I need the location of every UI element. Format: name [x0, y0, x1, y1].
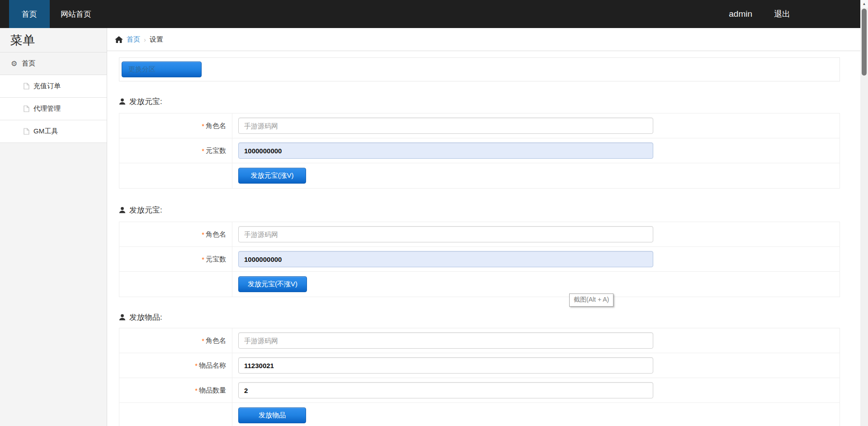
grant-items-button[interactable]: 发放物品 — [238, 407, 306, 423]
form-row-submit: 发放物品 — [119, 403, 840, 426]
grant-yuanbao-form-1: * 角色名 * 元宝数 — [119, 113, 840, 189]
person-icon — [119, 207, 126, 213]
required-asterisk: * — [195, 387, 198, 394]
grant-yuanbao-raise-vip-button[interactable]: 发放元宝(涨V) — [238, 168, 306, 184]
form-row-yuanbao-amount: * 元宝数 — [119, 138, 840, 163]
form-row-yuanbao-amount: * 元宝数 — [119, 247, 840, 272]
sidebar-item-agent-management-label: 代理管理 — [33, 104, 61, 113]
sidebar-item-gm-tools[interactable]: GM工具 — [0, 120, 107, 143]
field-label: * 物品数量 — [119, 378, 232, 402]
sidebar: 菜单 ⚙ 首页 充值订单 代理管理 GM工具 — [0, 28, 107, 426]
grant-items-form: * 角色名 * 物品名称 — [119, 328, 840, 426]
grant-yuanbao-form-2: * 角色名 * 元宝数 — [119, 222, 840, 297]
sidebar-item-gm-tools-label: GM工具 — [33, 127, 58, 136]
navbar-right-group: admin 退出 — [729, 0, 868, 28]
role-name-input[interactable] — [238, 332, 653, 349]
required-asterisk: * — [202, 122, 204, 130]
file-icon — [24, 83, 29, 90]
field-label: * 元宝数 — [119, 138, 232, 163]
main-area: 首页 › 设置 更换分区 发放元宝: * 角色名 — [107, 28, 868, 426]
nav-tab-website-home[interactable]: 网站首页 — [50, 0, 102, 28]
sidebar-title: 菜单 — [0, 28, 107, 52]
section-title-text: 发放物品: — [129, 312, 162, 322]
required-asterisk: * — [202, 256, 204, 263]
required-asterisk: * — [202, 147, 204, 155]
top-navbar: 首页 网站首页 admin 退出 — [0, 0, 868, 28]
sidebar-item-recharge-orders-label: 充值订单 — [33, 82, 61, 90]
field-label: * 角色名 — [119, 222, 232, 246]
scrollbar-up-arrow-icon[interactable]: ▲ — [860, 0, 868, 8]
form-row-role-name: * 角色名 — [119, 114, 840, 138]
section-title-text: 发放元宝: — [129, 96, 162, 107]
sidebar-item-home[interactable]: ⚙ 首页 — [0, 52, 107, 75]
sidebar-item-agent-management[interactable]: 代理管理 — [0, 98, 107, 120]
content: 更换分区 发放元宝: * 角色名 — [107, 51, 868, 426]
yuanbao-amount-input[interactable] — [238, 251, 653, 267]
change-zone-panel: 更换分区 — [119, 57, 840, 81]
change-zone-button[interactable]: 更换分区 — [122, 62, 202, 77]
sidebar-item-recharge-orders[interactable]: 充值订单 — [0, 75, 107, 98]
field-label: * 角色名 — [119, 328, 232, 353]
role-name-input[interactable] — [238, 226, 653, 242]
file-icon — [24, 105, 29, 112]
section-title-text: 发放元宝: — [129, 205, 162, 215]
form-row-item-name: * 物品名称 — [119, 353, 840, 378]
breadcrumb: 首页 › 设置 — [107, 28, 868, 51]
file-icon — [24, 128, 29, 135]
gear-icon: ⚙ — [11, 60, 17, 67]
nav-tab-website-home-label: 网站首页 — [61, 9, 91, 19]
breadcrumb-home-link[interactable]: 首页 — [127, 35, 140, 44]
vertical-scrollbar[interactable]: ▲ — [860, 0, 868, 426]
field-label: * 物品名称 — [119, 353, 232, 378]
field-label: * 元宝数 — [119, 247, 232, 271]
yuanbao-amount-input[interactable] — [238, 142, 653, 159]
form-row-role-name: * 角色名 — [119, 328, 840, 353]
breadcrumb-current-page: 设置 — [150, 35, 163, 44]
grant-yuanbao-no-vip-button[interactable]: 发放元宝(不涨V) — [238, 276, 307, 292]
chevron-right-icon: › — [144, 36, 146, 43]
section-title-grant-yuanbao-1: 发放元宝: — [119, 96, 848, 107]
scrollbar-thumb[interactable] — [862, 9, 867, 76]
section-title-grant-yuanbao-2: 发放元宝: — [119, 205, 848, 215]
sidebar-item-home-label: 首页 — [22, 59, 35, 68]
required-asterisk: * — [195, 362, 198, 369]
required-asterisk: * — [202, 231, 204, 238]
logged-in-username: admin — [729, 9, 752, 19]
nav-tab-home-label: 首页 — [22, 9, 37, 19]
form-row-role-name: * 角色名 — [119, 222, 840, 247]
logout-button[interactable]: 退出 — [774, 9, 790, 19]
home-icon — [115, 36, 123, 43]
nav-tab-home[interactable]: 首页 — [9, 0, 50, 28]
role-name-input[interactable] — [238, 118, 653, 134]
form-row-submit: 发放元宝(涨V) — [119, 163, 840, 188]
person-icon — [119, 98, 126, 105]
section-title-grant-items: 发放物品: — [119, 312, 848, 322]
form-row-submit: 发放元宝(不涨V) — [119, 272, 840, 297]
form-row-item-quantity: * 物品数量 — [119, 378, 840, 403]
item-quantity-input[interactable] — [238, 382, 653, 398]
field-label: * 角色名 — [119, 114, 232, 138]
person-icon — [119, 314, 126, 321]
required-asterisk: * — [202, 337, 204, 345]
screenshot-tooltip: 截图(Alt + A) — [569, 293, 613, 307]
item-name-input[interactable] — [238, 357, 653, 374]
